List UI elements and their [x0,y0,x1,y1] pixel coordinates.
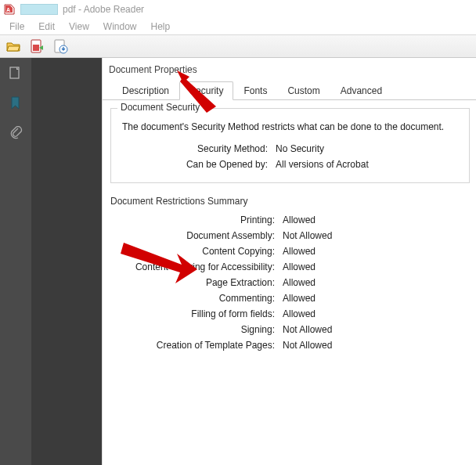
restriction-label: Signing: [110,324,283,335]
save-icon[interactable] [52,38,69,55]
restriction-value: Not Allowed [283,230,332,241]
opened-by-value: All versions of Acrobat [276,159,369,170]
attachment-icon[interactable] [8,125,23,141]
window-title: pdf - Adobe Reader [63,4,144,15]
menu-help[interactable]: Help [145,20,177,34]
restriction-value: Not Allowed [283,324,332,335]
convert-pdf-icon[interactable] [28,38,45,55]
restriction-value: Allowed [283,214,316,225]
opened-by-label: Can be Opened by: [119,159,276,170]
toolbar [0,34,476,58]
menu-edit[interactable]: Edit [32,20,61,34]
menu-window[interactable]: Window [97,20,143,34]
document-thumbnail-icon [20,4,58,15]
restriction-label: Content Copying for Accessibility: [110,261,283,272]
restriction-label: Document Assembly: [110,230,283,241]
menu-view[interactable]: View [63,20,96,34]
security-method-value: No Security [276,143,324,154]
menu-file[interactable]: File [3,20,31,34]
document-properties-dialog: Document Properties Description Security… [102,58,476,465]
page-thumbnails-icon[interactable] [8,66,23,81]
tab-custom[interactable]: Custom [277,81,330,100]
restriction-value: Allowed [283,246,316,257]
restriction-value: Allowed [283,308,316,319]
restrictions-section: Document Restrictions Summary Printing:A… [110,196,470,351]
document-security-fieldset: Document Security The document's Securit… [110,108,470,183]
bookmark-icon[interactable] [8,96,23,111]
restriction-value: Allowed [283,261,316,272]
restriction-label: Commenting: [110,293,283,304]
open-icon[interactable] [5,38,22,55]
security-description: The document's Security Method restricts… [122,121,461,132]
svg-text:A: A [6,7,10,13]
restriction-label: Content Copying: [110,246,283,257]
dialog-title: Document Properties [103,61,476,81]
restrictions-title: Document Restrictions Summary [110,196,470,207]
restriction-value: Allowed [283,277,316,288]
restriction-value: Not Allowed [283,340,332,351]
restriction-label: Page Extraction: [110,277,283,288]
navigation-pane [0,58,31,465]
tab-fonts[interactable]: Fonts [233,81,277,100]
tab-description[interactable]: Description [112,81,179,100]
tab-strip: Description Security Fonts Custom Advanc… [103,81,476,100]
svg-rect-3 [33,45,39,51]
restriction-value: Allowed [283,293,316,304]
restriction-label: Printing: [110,214,283,225]
title-bar: A pdf - Adobe Reader [0,0,476,19]
document-area [31,58,102,465]
restriction-label: Creation of Template Pages: [110,340,283,351]
menu-bar: File Edit View Window Help [0,19,476,34]
security-method-label: Security Method: [119,143,276,154]
document-security-legend: Document Security [117,102,203,113]
adobe-reader-icon: A [3,3,16,16]
tab-security[interactable]: Security [179,81,233,100]
restriction-label: Filling of form fields: [110,308,283,319]
tab-advanced[interactable]: Advanced [330,81,392,100]
